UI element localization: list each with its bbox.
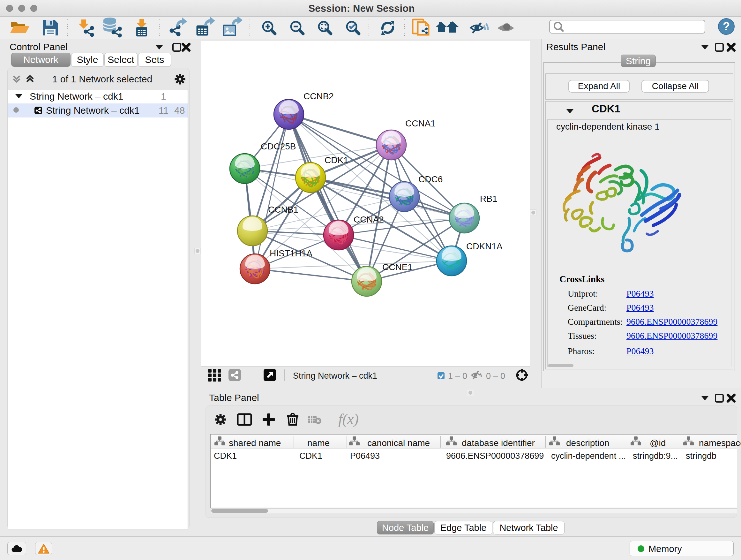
svg-text:CDC25B: CDC25B [261, 141, 296, 151]
svg-text:CCNA1: CCNA1 [405, 118, 435, 128]
svg-text:CCNB1: CCNB1 [268, 205, 298, 214]
svg-text:CCNA2: CCNA2 [354, 214, 384, 225]
svg-text:CDK1: CDK1 [325, 155, 348, 165]
svg-text:CDC6: CDC6 [418, 174, 443, 184]
svg-text:CCNB2: CCNB2 [304, 91, 334, 101]
svg-text:HIST1H1A: HIST1H1A [270, 248, 313, 258]
svg-text:CDKN1A: CDKN1A [466, 241, 502, 251]
svg-text:?: ? [723, 20, 730, 33]
svg-text:CCNE1: CCNE1 [382, 262, 413, 272]
svg-text:f(x): f(x) [338, 411, 359, 427]
svg-text:RB1: RB1 [480, 194, 497, 204]
